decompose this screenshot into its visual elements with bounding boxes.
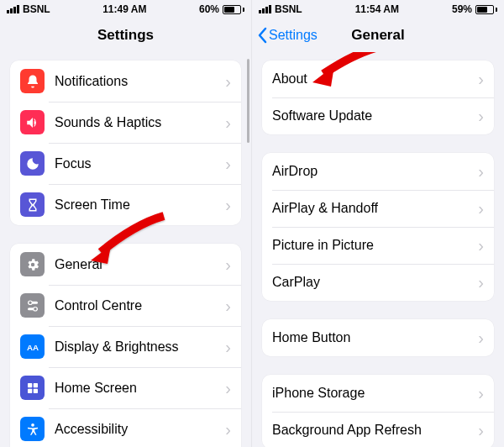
row-label: Picture in Picture [272,238,478,253]
row-label: AirPlay & Handoff [272,201,478,216]
clock-label: 11:54 AM [355,3,399,15]
carrier-label: BSNL [23,3,50,15]
row-airplay[interactable]: AirPlay & Handoff › [262,190,494,227]
row-airdrop[interactable]: AirDrop › [262,153,494,190]
chevron-right-icon: › [478,163,484,180]
switches-icon [20,293,45,318]
row-label: Home Screen [55,381,225,396]
chevron-right-icon: › [225,297,231,314]
battery-pct-label: 59% [452,3,472,15]
chevron-right-icon: › [478,237,484,254]
row-display[interactable]: AA Display & Brightness › [10,326,241,367]
row-carplay[interactable]: CarPlay › [262,264,494,301]
battery-icon [475,5,497,14]
row-label: iPhone Storage [272,386,478,401]
row-label: Home Button [272,330,478,345]
row-label: Accessibility [55,422,225,437]
chevron-left-icon [257,27,267,44]
row-control-centre[interactable]: Control Centre › [10,285,241,326]
back-button[interactable]: Settings [257,27,318,44]
grid-icon [20,376,45,400]
navbar: Settings [0,18,251,52]
settings-list[interactable]: Notifications › Sounds & Haptics › Focus… [0,52,251,447]
hourglass-icon [20,192,45,217]
chevron-right-icon: › [478,108,484,124]
chevron-right-icon: › [478,385,484,402]
svg-rect-8 [33,388,37,392]
row-label: Software Update [272,108,478,124]
settings-screen: BSNL 11:49 AM 60% Settings Notifications… [0,0,252,447]
row-label: Background App Refresh [272,423,478,438]
row-sounds[interactable]: Sounds & Haptics › [10,102,241,143]
row-pip[interactable]: Picture in Picture › [262,227,494,264]
row-label: Display & Brightness [55,339,225,355]
svg-text:AA: AA [26,342,38,351]
row-label: General [55,257,225,272]
chevron-right-icon: › [478,329,484,346]
general-screen: BSNL 11:54 AM 59% Settings General About… [252,0,504,447]
chevron-right-icon: › [225,73,231,90]
navbar: Settings General [252,18,504,52]
chevron-right-icon: › [225,197,231,213]
svg-point-2 [28,301,32,305]
chevron-right-icon: › [478,71,484,87]
row-about[interactable]: About › [262,60,494,97]
row-label: Screen Time [55,197,225,213]
row-notifications[interactable]: Notifications › [10,60,241,102]
chevron-right-icon: › [225,114,231,131]
row-home-screen[interactable]: Home Screen › [10,367,241,408]
row-focus[interactable]: Focus › [10,143,241,184]
speaker-icon [20,110,45,134]
general-group-3: Home Button › [262,319,494,356]
page-title: General [351,27,404,44]
chevron-right-icon: › [225,380,231,397]
status-bar: BSNL 11:49 AM 60% [0,0,251,18]
chevron-right-icon: › [225,339,231,355]
svg-point-9 [31,423,34,426]
back-label: Settings [269,28,318,43]
general-group-1: About › Software Update › [262,60,494,134]
bell-icon [20,69,45,93]
svg-rect-7 [28,388,32,392]
signal-icon [7,5,19,13]
row-label: About [272,71,478,87]
row-background-refresh[interactable]: Background App Refresh › [262,412,494,447]
gear-icon [20,252,45,276]
svg-rect-6 [33,383,37,387]
general-list[interactable]: About › Software Update › AirDrop › AirP… [252,52,504,447]
row-label: Control Centre [55,298,225,313]
row-label: AirDrop [272,164,478,179]
row-home-button[interactable]: Home Button › [262,319,494,356]
status-bar: BSNL 11:54 AM 59% [252,0,504,18]
row-screentime[interactable]: Screen Time › [10,184,241,225]
chevron-right-icon: › [478,274,484,291]
battery-icon [223,5,244,14]
chevron-right-icon: › [478,200,484,217]
chevron-right-icon: › [225,421,231,438]
settings-group-1: Notifications › Sounds & Haptics › Focus… [10,60,241,225]
row-general[interactable]: General › [10,244,241,285]
scroll-indicator [247,59,249,143]
aa-icon: AA [20,334,45,359]
row-accessibility[interactable]: Accessibility › [10,408,241,447]
chevron-right-icon: › [225,155,231,172]
settings-group-2: General › Control Centre › AA Display & … [10,244,241,447]
moon-icon [20,151,45,176]
clock-label: 11:49 AM [102,3,146,15]
general-group-2: AirDrop › AirPlay & Handoff › Picture in… [262,153,494,301]
row-software-update[interactable]: Software Update › [262,97,494,134]
battery-pct-label: 60% [199,3,219,15]
chevron-right-icon: › [225,256,231,273]
row-label: Notifications [55,74,225,89]
row-iphone-storage[interactable]: iPhone Storage › [262,375,494,412]
signal-icon [259,5,271,13]
row-label: Sounds & Haptics [55,115,225,130]
general-group-4: iPhone Storage › Background App Refresh … [262,375,494,447]
svg-point-3 [33,307,37,311]
svg-rect-5 [28,383,32,387]
row-label: CarPlay [272,275,478,290]
page-title: Settings [97,27,154,44]
carrier-label: BSNL [275,3,302,15]
row-label: Focus [55,156,225,171]
person-icon [20,417,45,441]
